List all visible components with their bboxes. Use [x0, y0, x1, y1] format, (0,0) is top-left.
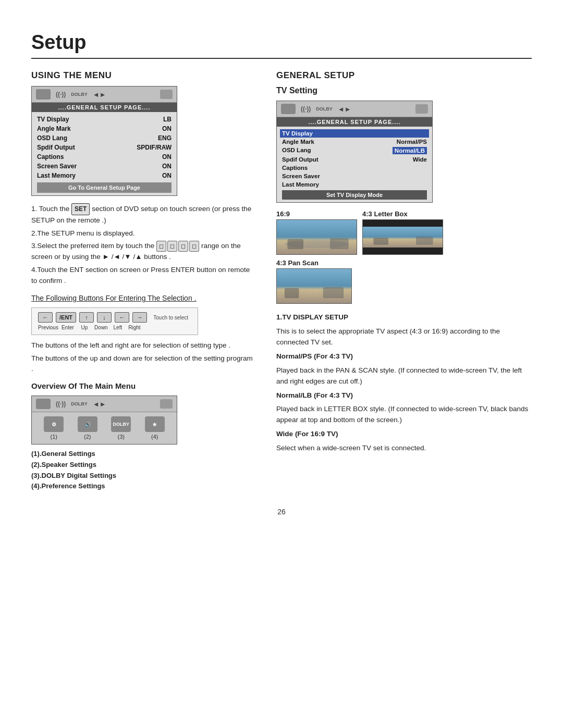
tv-modes-top-row: 16:9 [276, 210, 443, 255]
button-note-2: The buttons of the up and down are for s… [31, 353, 255, 375]
gen-value-osdlang: Normal/LB [393, 147, 427, 154]
svg-rect-6 [416, 237, 433, 245]
mode-169-img [276, 219, 357, 255]
menu-body: TV Display LB Angle Mark ON OSD Lang ENG… [32, 112, 177, 195]
remote-diagram: ← /ENT ↑ ↓ ← → Touch to select Previous … [31, 307, 198, 335]
gen-label-tvdisplay: TV Display [282, 130, 313, 137]
icon4: ◻ [189, 241, 199, 252]
prefs-icon: ★ [145, 416, 165, 432]
icon1: ◻ [156, 241, 166, 252]
gen-label-spdif: Spdif Output [282, 156, 319, 163]
legend-1: (1).General Settings [31, 449, 255, 460]
page-number: 26 [31, 508, 532, 516]
gen-setup-screenshot: ((·)) DOLBY ◄► ....GENERAL SETUP PAGE...… [276, 101, 433, 203]
menu-screenshot: ((·)) DOLBY ◄► ....GENERAL SETUP PAGE...… [31, 86, 177, 196]
menu-row-osdlang: OSD Lang ENG [37, 133, 172, 143]
tv-display-mode2-desc: Played back in LETTER BOX style. (If con… [276, 404, 532, 426]
gen-label-anglemark: Angle Mark [282, 139, 314, 145]
go-to-general-setup-button[interactable]: Go To General Setup Page [37, 182, 172, 193]
instruction-3: 3.Select the preferred item by touch the… [31, 241, 255, 263]
label-left: Left [111, 325, 125, 330]
overview-section: Overview Of The Main Menu ((·)) DOLBY ◄►… [31, 381, 255, 492]
mode-169-svg [277, 220, 357, 254]
dvd-icon [36, 89, 51, 100]
icon-prefs: ★ (4) [145, 416, 165, 440]
mode1-label-bold: Normal/PS (For 4:3 TV) [276, 352, 353, 360]
label-down: Down [94, 325, 108, 330]
menu-top-bar: ((·)) DOLBY ◄► [32, 87, 177, 103]
gen-value-anglemark: Normal/PS [397, 139, 427, 145]
lb-inner [363, 227, 443, 248]
mode-169-label: 16:9 [276, 210, 357, 218]
gen-label-captions: Captions [282, 165, 308, 171]
right-column: GENERAL SETUP TV Setting ((·)) DOLBY ◄► … [276, 70, 532, 457]
general-icon: ⚙ [44, 416, 64, 432]
menu-value-anglemark: ON [162, 125, 172, 132]
gen-row-screensaver: Screen Saver [282, 172, 427, 180]
mode-169-box: 16:9 [276, 210, 357, 255]
menu-label-captions: Captions [37, 153, 64, 161]
legend-3: (3).DOLBY Digital Settings [31, 471, 255, 482]
mode-43lb-label: 4:3 Letter Box [362, 210, 443, 218]
set-tv-display-bar: Set TV Display Mode [282, 190, 427, 200]
tv-display-heading: 1.TV DISPLAY SETUP [276, 312, 532, 323]
left-column: USING THE MENU ((·)) DOLBY ◄► ....GENERA… [31, 70, 255, 492]
icon-num-1: (1) [51, 434, 57, 440]
icon3: ◻ [178, 241, 188, 252]
svg-rect-9 [323, 287, 344, 298]
icon-speaker: 🔊 (2) [78, 416, 97, 440]
menu-row-screensaver: Screen Saver ON [37, 162, 172, 171]
gen-cc-icon: ((·)) [301, 105, 311, 113]
label-up: Up [77, 325, 92, 330]
menu-legend: (1).General Settings (2).Speaker Setting… [31, 449, 255, 492]
general-setup-heading: GENERAL SETUP [276, 70, 532, 81]
menu-value-lastmemory: ON [162, 172, 172, 179]
tv-display-heading-label: 1.TV DISPLAY SETUP [276, 313, 348, 321]
main-menu-right-icon [160, 399, 173, 409]
menu-label-tvdisplay: TV Display [37, 116, 69, 123]
legend-4: (4).Preference Settings [31, 481, 255, 492]
menu-row-spdif: Spdif Output SPDIF/RAW [37, 143, 172, 152]
menu-label-spdif: Spdif Output [37, 144, 75, 151]
using-menu-heading: USING THE MENU [31, 70, 255, 81]
tv-display-mode2-label: Normal/LB (For 4:3 TV) [276, 390, 532, 401]
main-menu-screenshot: ((·)) DOLBY ◄► ⚙ (1) 🔊 (2) DOLBY [31, 396, 177, 445]
remote-labels-row: Previous Enter Up Down Left Right [38, 325, 191, 330]
touch-to-select-label: Touch to select [153, 315, 188, 320]
menu-value-screensaver: ON [162, 163, 172, 170]
main-menu-icons-row: ⚙ (1) 🔊 (2) DOLBY (3) ★ (4) [32, 412, 177, 444]
cc-icon: ((·)) [56, 91, 66, 98]
gen-dolby-label: DOLBY [316, 106, 333, 112]
mode3-label-bold: Wide (For 16:9 TV) [276, 430, 338, 438]
svg-rect-3 [330, 238, 349, 249]
btn-right: → [132, 312, 147, 323]
btn-left: ← [115, 312, 129, 323]
gen-menu-body: TV Display Angle Mark Normal/PS OSD Lang… [277, 127, 432, 202]
tv-display-mode1-desc: Played back in the PAN & SCAN style. (If… [276, 365, 532, 387]
icon-num-3: (3) [118, 434, 125, 440]
gen-menu-header: ....GENERAL SETUP PAGE.... [277, 117, 432, 127]
main-dvd-icon [36, 399, 51, 409]
tv-display-mode3-desc: Select when a wide-screen TV set is conn… [276, 443, 532, 454]
icon-general: ⚙ (1) [44, 416, 64, 440]
label-right: Right [127, 325, 142, 330]
label-enter: Enter [60, 325, 75, 330]
svg-rect-8 [285, 288, 299, 298]
nav-range-icons: ◻◻◻◻ [156, 241, 199, 252]
following-buttons-section: The Following Buttons For Entering The S… [31, 294, 255, 374]
gen-row-tvdisplay: TV Display [280, 129, 429, 138]
speaker-icon: 🔊 [78, 416, 97, 432]
label-previous: Previous [38, 325, 58, 330]
gen-dvd-icon [281, 104, 296, 114]
tv-display-modes: 16:9 [276, 210, 443, 304]
menu-label-screensaver: Screen Saver [37, 163, 77, 170]
mode-43ps-label: 4:3 Pan Scan [276, 259, 352, 267]
legend-2: (2).Speaker Settings [31, 460, 255, 471]
gen-menu-top-bar: ((·)) DOLBY ◄► [277, 101, 432, 117]
svg-rect-5 [373, 238, 388, 245]
gen-row-anglemark: Angle Mark Normal/PS [282, 138, 427, 146]
menu-label-anglemark: Angle Mark [37, 125, 71, 132]
menu-label-osdlang: OSD Lang [37, 134, 67, 142]
main-dolby-label: DOLBY [71, 401, 88, 406]
icon2: ◻ [167, 241, 177, 252]
